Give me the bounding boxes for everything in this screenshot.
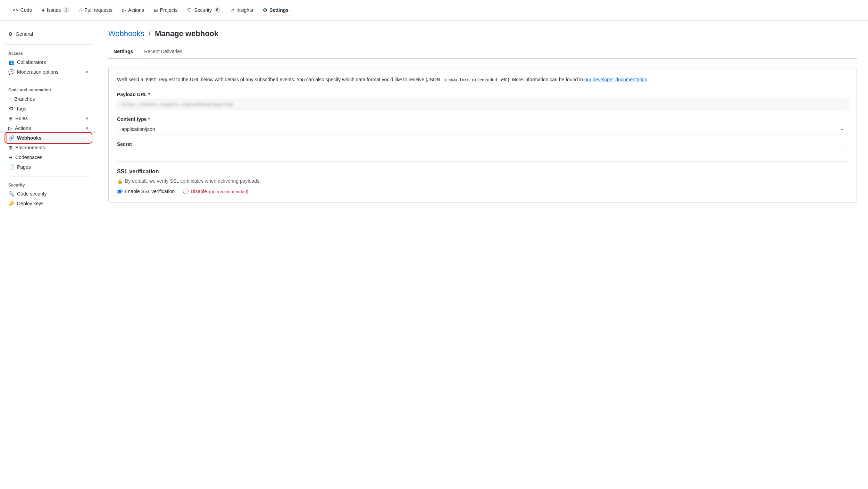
sidebar-section-security: Security — [6, 181, 91, 189]
sidebar-divider-3 — [6, 176, 91, 176]
breadcrumb: Webhooks / Manage webhook — [108, 29, 857, 38]
sidebar-item-code-security[interactable]: 🔍 Code security — [6, 189, 91, 199]
sidebar-item-codespaces[interactable]: ⊟ Codespaces — [6, 152, 91, 162]
developer-docs-link[interactable]: our developer documentation — [584, 77, 647, 82]
deploy-keys-icon: 🔑 — [8, 201, 14, 206]
security-badge: 6 — [214, 7, 220, 13]
sidebar-item-webhooks[interactable]: 🔗 Webhooks — [6, 133, 91, 143]
branches-icon: ⑂ — [8, 96, 11, 102]
ssl-not-recommended: (not recommended) — [209, 189, 248, 194]
content-type-label: Content type * — [117, 116, 848, 122]
nav-item-actions[interactable]: ▷ Actions — [118, 5, 148, 16]
nav-item-pull-requests[interactable]: ⑃ Pull requests — [75, 4, 117, 16]
ssl-title: SSL verification — [117, 168, 848, 175]
rules-chevron-icon: ∨ — [85, 116, 89, 121]
main-content: Webhooks / Manage webhook Settings Recen… — [97, 21, 868, 489]
content-type-select-wrapper: application/json application/x-www-form-… — [117, 124, 848, 134]
nav-item-issues[interactable]: ● Issues 1 — [37, 5, 74, 16]
breadcrumb-separator: / — [149, 29, 151, 38]
actions-sidebar-icon: ▷ — [8, 125, 12, 131]
projects-icon: ⊞ — [154, 7, 158, 13]
moderation-chevron-icon: ∨ — [85, 69, 89, 74]
sidebar-section-code-automation: Code and automation — [6, 85, 91, 94]
ssl-section: SSL verification 🔒 By default, we verify… — [117, 168, 848, 194]
sidebar-item-pages[interactable]: 📄 Pages — [6, 162, 91, 172]
breadcrumb-parent-link[interactable]: Webhooks — [108, 29, 144, 38]
nav-item-settings[interactable]: ⚙ Settings — [259, 5, 293, 16]
ssl-radio-group: Enable SSL verification Disable (not rec… — [117, 189, 848, 194]
content-type-group: Content type * application/json applicat… — [117, 116, 848, 134]
nav-item-security[interactable]: 🛡 Security 6 — [183, 5, 224, 16]
pull-requests-icon: ⑃ — [79, 7, 82, 13]
moderation-icon: 💬 — [8, 69, 14, 75]
webhook-form: We'll send a POST request to the URL bel… — [108, 67, 857, 203]
ssl-disable-radio[interactable] — [183, 189, 189, 194]
tags-icon: 🏷 — [8, 106, 13, 111]
actions-chevron-icon: ∨ — [85, 126, 89, 131]
code-icon: <> — [12, 7, 18, 13]
payload-url-group: Payload URL * — [117, 92, 848, 109]
lock-icon: 🔒 — [117, 178, 123, 184]
sidebar-divider-2 — [6, 81, 91, 81]
general-icon: ⚙ — [8, 31, 13, 37]
sidebar-item-general[interactable]: ⚙ General — [6, 29, 91, 39]
pages-icon: 📄 — [8, 164, 14, 170]
actions-icon: ▷ — [122, 7, 126, 13]
sidebar-divider-1 — [6, 44, 91, 45]
webhooks-icon: 🔗 — [8, 135, 14, 141]
issues-badge: 1 — [63, 7, 69, 13]
ssl-enable-option[interactable]: Enable SSL verification — [117, 189, 175, 194]
insights-icon: ↗ — [230, 7, 234, 13]
tab-recent-deliveries[interactable]: Recent Deliveries — [139, 45, 188, 58]
settings-icon: ⚙ — [263, 7, 267, 13]
form-description: We'll send a POST request to the URL bel… — [117, 76, 848, 83]
rules-icon: ⊞ — [8, 116, 12, 121]
sidebar-section-access: Access — [6, 49, 91, 57]
nav-item-insights[interactable]: ↗ Insights — [226, 5, 257, 16]
code-security-icon: 🔍 — [8, 191, 14, 197]
top-navigation: <> Code ● Issues 1 ⑃ Pull requests ▷ Act… — [0, 0, 868, 21]
sidebar-item-tags[interactable]: 🏷 Tags — [6, 104, 91, 114]
payload-url-label: Payload URL * — [117, 92, 848, 97]
ssl-disable-label: Disable — [191, 189, 207, 194]
ssl-description: 🔒 By default, we verify SSL certificates… — [117, 178, 848, 184]
collaborators-icon: 👥 — [8, 59, 14, 65]
sidebar-item-moderation-options[interactable]: 💬 Moderation options ∨ — [6, 67, 91, 77]
security-icon: 🛡 — [187, 7, 192, 13]
content-type-select[interactable]: application/json application/x-www-form-… — [117, 124, 848, 134]
sidebar-item-collaborators[interactable]: 👥 Collaborators — [6, 57, 91, 67]
sidebar-item-environments[interactable]: ⊞ Environments — [6, 143, 91, 152]
sidebar-item-actions[interactable]: ▷ Actions ∨ — [6, 123, 91, 133]
payload-url-input[interactable] — [117, 99, 848, 109]
secret-group: Secret — [117, 141, 848, 161]
ssl-disable-option[interactable]: Disable (not recommended) — [183, 189, 248, 194]
page-layout: ⚙ General Access 👥 Collaborators 💬 Moder… — [0, 21, 868, 489]
secret-label: Secret — [117, 141, 848, 147]
codespaces-icon: ⊟ — [8, 155, 12, 160]
sidebar-item-deploy-keys[interactable]: 🔑 Deploy keys — [6, 199, 91, 208]
nav-item-projects[interactable]: ⊞ Projects — [150, 5, 182, 16]
issues-icon: ● — [42, 7, 44, 13]
tab-settings[interactable]: Settings — [108, 45, 139, 58]
breadcrumb-current: Manage webhook — [155, 29, 218, 38]
sidebar-item-rules[interactable]: ⊞ Rules ∨ — [6, 114, 91, 123]
secret-input[interactable] — [117, 149, 848, 161]
ssl-enable-radio[interactable] — [117, 189, 123, 194]
sidebar: ⚙ General Access 👥 Collaborators 💬 Moder… — [0, 21, 97, 489]
sidebar-item-branches[interactable]: ⑂ Branches — [6, 94, 91, 104]
tab-bar: Settings Recent Deliveries — [108, 45, 857, 59]
nav-item-code[interactable]: <> Code — [8, 5, 36, 16]
environments-icon: ⊞ — [8, 145, 12, 150]
